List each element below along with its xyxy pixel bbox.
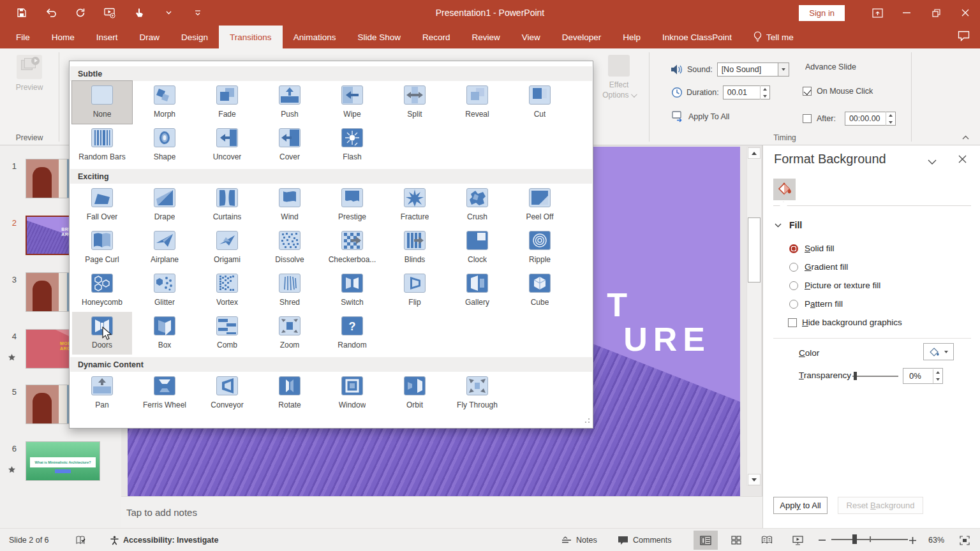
tab-record[interactable]: Record: [412, 26, 461, 48]
transparency-spinner[interactable]: [933, 369, 942, 383]
comments-button[interactable]: Comments: [618, 529, 671, 551]
transition-morph[interactable]: Morph: [135, 81, 195, 124]
transition-gallery[interactable]: Gallery: [447, 269, 507, 312]
tab-draw[interactable]: Draw: [129, 26, 171, 48]
duration-spinner[interactable]: [760, 85, 769, 99]
normal-view-button[interactable]: [694, 531, 718, 550]
transition-split[interactable]: Split: [385, 81, 445, 124]
spellcheck-icon[interactable]: [75, 529, 86, 551]
slide-indicator[interactable]: Slide 2 of 6: [9, 529, 49, 551]
notes-button[interactable]: Notes: [561, 529, 597, 551]
slide-thumbnail-6[interactable]: What is Minimalistic Architecture?: [26, 441, 100, 481]
notes-pane[interactable]: Tap to add notes: [121, 496, 762, 528]
after-option[interactable]: After: 00:00.00: [803, 112, 896, 126]
ribbon-display-options-icon[interactable]: [863, 0, 892, 26]
transition-none[interactable]: None: [72, 81, 132, 124]
popup-resize-grip[interactable]: [584, 415, 590, 426]
customize-qat-icon[interactable]: [190, 5, 205, 20]
transition-conveyor[interactable]: Conveyor: [197, 372, 257, 415]
tab-home[interactable]: Home: [41, 26, 85, 48]
transition-fall-over[interactable]: Fall Over: [72, 184, 132, 226]
tab-tell-me[interactable]: Tell me: [743, 26, 805, 48]
transition-cover[interactable]: Cover: [260, 124, 320, 166]
transition-page-curl[interactable]: Page Curl: [72, 226, 132, 269]
transition-star-icon[interactable]: [8, 464, 15, 476]
scroll-down-arrow[interactable]: [748, 474, 761, 485]
fit-slide-to-window-button[interactable]: [960, 529, 970, 551]
touch-mode-icon[interactable]: [131, 5, 147, 20]
fill-option-pattern-fill[interactable]: Pattern fill: [789, 299, 843, 309]
transition-shred[interactable]: Shred: [260, 269, 320, 312]
transition-drape[interactable]: Drape: [135, 184, 195, 226]
comments-bubble-icon[interactable]: [958, 31, 970, 44]
transition-checkerboa[interactable]: Checkerboa...: [322, 226, 382, 269]
sign-in-button[interactable]: Sign in: [799, 5, 845, 21]
transition-random[interactable]: ?Random: [322, 312, 382, 355]
transition-clock[interactable]: Clock: [447, 226, 507, 269]
restore-button[interactable]: [921, 0, 951, 26]
transition-vortex[interactable]: Vortex: [197, 269, 257, 312]
panel-close-icon[interactable]: [958, 155, 967, 165]
save-icon[interactable]: [14, 5, 29, 20]
zoom-out-button[interactable]: [819, 529, 826, 551]
transition-crush[interactable]: Crush: [447, 184, 507, 226]
zoom-in-button[interactable]: [909, 529, 916, 551]
chevron-down-icon[interactable]: [161, 5, 176, 20]
zoom-slider-thumb[interactable]: [852, 534, 857, 544]
after-spinner[interactable]: [886, 112, 895, 126]
transition-peel-off[interactable]: Peel Off: [510, 184, 570, 226]
transition-dissolve[interactable]: Dissolve: [260, 226, 320, 269]
redo-icon[interactable]: [73, 5, 88, 20]
tab-design[interactable]: Design: [170, 26, 219, 48]
radio-solid-fill[interactable]: [789, 244, 798, 253]
transition-random-bars[interactable]: Random Bars: [72, 124, 132, 166]
slide-sorter-view-button[interactable]: [724, 531, 748, 550]
apply-to-all-button[interactable]: Apply To All: [671, 110, 729, 122]
accessibility-checker[interactable]: Accessibility: Investigate: [110, 529, 218, 551]
transition-origami[interactable]: Origami: [197, 226, 257, 269]
transparency-slider-track[interactable]: [852, 376, 898, 377]
zoom-level[interactable]: 63%: [928, 529, 944, 551]
fill-option-picture-or-texture-fill[interactable]: Picture or texture fill: [789, 281, 880, 290]
transition-cube[interactable]: Cube: [510, 269, 570, 312]
transition-push[interactable]: Push: [260, 81, 320, 124]
transition-wipe[interactable]: Wipe: [322, 81, 382, 124]
transition-fly-through[interactable]: Fly Through: [447, 372, 507, 415]
tab-help[interactable]: Help: [612, 26, 651, 48]
transition-shape[interactable]: Shape: [135, 124, 195, 166]
transparency-slider-thumb[interactable]: [854, 372, 857, 380]
transition-ripple[interactable]: Ripple: [510, 226, 570, 269]
scroll-up-arrow[interactable]: [748, 147, 761, 159]
transition-uncover[interactable]: Uncover: [197, 124, 257, 166]
hide-background-graphics-option[interactable]: Hide background graphics: [788, 318, 902, 327]
fill-section-header[interactable]: Fill: [775, 220, 802, 230]
tab-file[interactable]: File: [5, 26, 41, 48]
tab-animations[interactable]: Animations: [283, 26, 347, 48]
duration-input[interactable]: 00.01: [723, 85, 770, 99]
sound-select-arrow[interactable]: [778, 62, 789, 77]
color-picker-button[interactable]: [923, 343, 954, 360]
collapse-ribbon-icon[interactable]: [958, 131, 972, 143]
tab-inknoe-classpoint[interactable]: Inknoe ClassPoint: [651, 26, 743, 48]
after-input[interactable]: 00:00.00: [845, 112, 896, 126]
transition-fracture[interactable]: Fracture: [385, 184, 445, 226]
transition-rotate[interactable]: Rotate: [260, 372, 320, 415]
tab-slide-show[interactable]: Slide Show: [346, 26, 412, 48]
radio-gradient-fill[interactable]: [789, 263, 798, 272]
transition-curtains[interactable]: Curtains: [197, 184, 257, 226]
transition-flip[interactable]: Flip: [385, 269, 445, 312]
transition-pan[interactable]: Pan: [72, 372, 132, 415]
transition-star-icon[interactable]: [8, 352, 15, 364]
transition-glitter[interactable]: Glitter: [135, 269, 195, 312]
scrollbar-thumb[interactable]: [748, 217, 761, 283]
hide-background-graphics-checkbox[interactable]: [788, 318, 797, 327]
transition-airplane[interactable]: Airplane: [135, 226, 195, 269]
tab-review[interactable]: Review: [461, 26, 511, 48]
tab-transitions[interactable]: Transitions: [219, 26, 283, 48]
transition-cut[interactable]: Cut: [510, 81, 570, 124]
reading-view-button[interactable]: [755, 531, 779, 550]
transition-switch[interactable]: Switch: [322, 269, 382, 312]
tab-developer[interactable]: Developer: [551, 26, 612, 48]
transition-reveal[interactable]: Reveal: [447, 81, 507, 124]
transparency-value-input[interactable]: 0%: [903, 368, 943, 384]
